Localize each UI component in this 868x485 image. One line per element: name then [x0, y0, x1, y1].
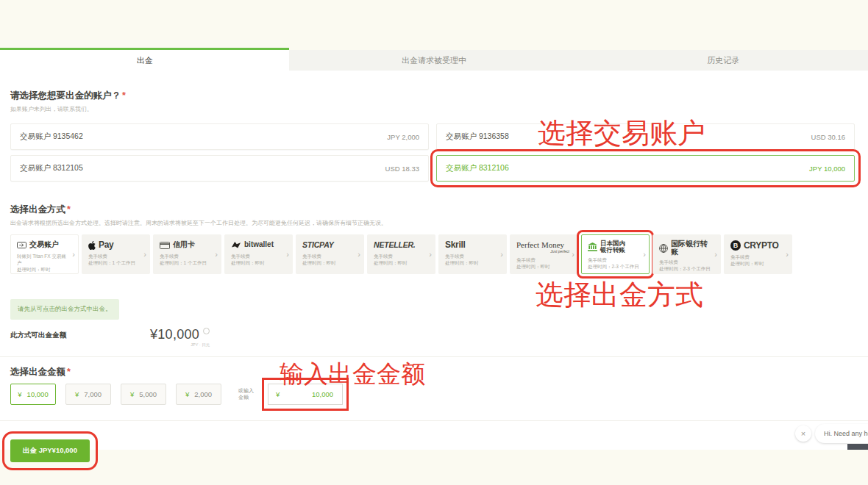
payment-method-card[interactable]: bitwallet 免手续费 处理时间：即时 › — [224, 234, 293, 274]
withdraw-submit-button[interactable]: 出金 JPY¥10,000 — [10, 439, 90, 462]
info-icon — [203, 328, 210, 334]
chevron-right-icon: › — [500, 250, 503, 259]
tab[interactable]: 出金请求被受理中 — [289, 50, 578, 71]
amount-section-title: 选择出金金额* — [10, 357, 868, 378]
apple-icon — [88, 241, 96, 250]
method-name: NETELLER. — [374, 241, 416, 249]
account-section-subtitle: 如果账户未列出，请联系我们。 — [10, 105, 868, 113]
preset-amount-value: 10,000 — [27, 390, 49, 398]
available-amount-row: 此方式可出金金额 ¥10,000 JPY · 日元 — [10, 327, 868, 348]
method-processing-time: 处理时间：即时 — [516, 264, 570, 270]
amount-input[interactable] — [280, 389, 335, 399]
account-card[interactable]: 交易账户 9136358 USD 30.16 — [436, 123, 855, 150]
tab[interactable]: 出金 — [0, 48, 289, 71]
method-fee: 免手续费 — [374, 254, 427, 260]
method-fee: 免手续费 — [88, 254, 142, 260]
bottom-divider — [0, 420, 868, 421]
preset-amount-button[interactable]: ¥ 10,000 — [10, 384, 56, 405]
method-fee: 免手续费 — [588, 257, 641, 264]
bitwallet-icon — [231, 241, 241, 249]
account-card[interactable]: 交易账户 8312106 JPY 10,000 — [436, 155, 855, 182]
tab-label: 出金 — [137, 55, 153, 66]
withdrawal-page: 出金 出金请求被受理中 历史记录 请选择您想要出金的账户？* 如果账户未列出，请… — [0, 0, 868, 485]
available-amount-value: ¥10,000 — [150, 327, 199, 342]
method-notice: 请先从可点击的出金方式中出金。 — [10, 299, 119, 320]
account-list: 交易账户 9135462 JPY 2,000 交易账户 9136358 USD … — [10, 123, 855, 182]
payment-method-card[interactable]: 信用卡 免手续费 处理时间：1 个工作日 › — [153, 234, 221, 274]
method-processing-time: 处理时间：即时 — [730, 261, 784, 267]
method-tagline: Just perfect — [516, 249, 569, 254]
tab[interactable]: 历史记录 — [579, 50, 868, 71]
preset-amount-button[interactable]: ¥ 5,000 — [121, 384, 166, 405]
method-fee: 免手续费 — [231, 254, 285, 260]
required-asterisk: * — [122, 90, 126, 101]
top-spacer — [0, 0, 868, 48]
card-transfer-icon — [17, 241, 26, 249]
tab-label: 历史记录 — [707, 55, 739, 66]
payment-method-card[interactable]: Perfect Money Just perfect 免手续费 处理时间：即时 … — [510, 234, 578, 274]
chevron-right-icon: › — [714, 250, 717, 259]
chat-close-button[interactable]: × — [795, 425, 811, 442]
method-name: 信用卡 — [173, 241, 195, 249]
payment-method-card[interactable]: 国际银行转账 免手续费 处理时间：2-3 个工作日 › — [652, 234, 721, 274]
method-name: CRYPTO — [744, 241, 779, 251]
payment-method-card[interactable]: B CRYPTO 免手续费 处理时间：即时 › — [724, 234, 792, 274]
method-name: 日本国内银行转账 — [600, 240, 631, 254]
payment-method-card[interactable]: STICPAY 免手续费 处理时间：即时 › — [296, 234, 364, 274]
crypto-icon: B — [730, 240, 741, 251]
chevron-right-icon: › — [357, 250, 360, 259]
preset-amount-button[interactable]: ¥ 7,000 — [65, 384, 111, 405]
account-balance: USD 30.16 — [811, 133, 845, 141]
preset-amount-button[interactable]: ¥ 2,000 — [176, 384, 221, 405]
preset-amount-value: 7,000 — [84, 390, 102, 398]
available-amount-currency: JPY · 日元 — [150, 342, 210, 348]
account-balance: USD 18.33 — [385, 165, 419, 173]
method-name: Skrill — [445, 240, 466, 250]
yen-symbol: ¥ — [185, 390, 189, 398]
payment-method-card[interactable]: NETELLER. 免手续费 处理时间：即时 › — [367, 234, 435, 274]
yen-symbol: ¥ — [18, 390, 21, 398]
method-processing-time: 处理时间：2-3 个工作日 — [659, 266, 713, 273]
payment-method-card[interactable]: 日本国内银行转账 免手续费 处理时间：2-3 个工作日 › — [581, 234, 650, 274]
required-asterisk: * — [67, 204, 71, 215]
main-content: 请选择您想要出金的账户？* 如果账户未列出，请联系我们。 交易账户 913546… — [0, 71, 868, 450]
tab-bar: 出金 出金请求被受理中 历史记录 — [0, 48, 868, 71]
chat-message: Hi. Need any help? — [824, 430, 868, 437]
yen-symbol: ¥ — [75, 390, 79, 398]
or-enter-amount-label: 或输入金额 — [238, 388, 257, 401]
chevron-right-icon: › — [72, 250, 75, 259]
amount-picker-row: ¥ 10,000 ¥ 7,000 ¥ 5,000 ¥ 2,000 或输入金额 ¥ — [10, 384, 868, 405]
chat-bubble[interactable]: Hi. Need any help? — [815, 424, 868, 443]
payment-method-card[interactable]: 交易账户 转账到 Titan FX 交易账户 处理时间：即时 › — [10, 234, 79, 274]
method-processing-time: 处理时间：2-3 个工作日 — [588, 264, 641, 270]
chevron-right-icon: › — [286, 250, 289, 259]
chevron-right-icon: › — [143, 250, 146, 259]
method-fee: 免手续费 — [445, 254, 499, 260]
available-amount-label: 此方式可出金金额 — [10, 327, 150, 340]
amount-input-box[interactable]: ¥ — [268, 384, 343, 405]
chevron-right-icon: › — [786, 250, 789, 259]
account-name: 交易账户 8312106 — [446, 163, 509, 173]
method-section-title: 选择出金方式* — [10, 182, 868, 216]
payment-method-card[interactable]: Skrill 免手续费 处理时间：即时 › — [438, 234, 507, 274]
account-balance: JPY 10,000 — [809, 165, 845, 173]
preset-buttons: ¥ 10,000 ¥ 7,000 ¥ 5,000 ¥ 2,000 — [10, 384, 231, 405]
method-processing-time: 处理时间：1 个工作日 — [160, 260, 213, 267]
method-processing-time: 处理时间：1 个工作日 — [88, 260, 142, 267]
payment-method-carousel: 交易账户 转账到 Titan FX 交易账户 处理时间：即时 › Pay 免手续… — [10, 234, 858, 274]
required-asterisk: * — [67, 367, 71, 377]
method-name: STICPAY — [302, 241, 334, 249]
preset-amount-value: 2,000 — [194, 390, 212, 398]
method-name: 国际银行转账 — [671, 240, 713, 256]
method-name: Perfect Money — [516, 241, 564, 250]
chevron-right-icon: › — [215, 250, 218, 259]
chat-widget-edge — [847, 444, 868, 450]
method-fee: 免手续费 — [160, 254, 213, 260]
payment-method-card[interactable]: Pay 免手续费 处理时间：1 个工作日 › — [82, 234, 150, 274]
method-processing-time: 处理时间：即时 — [231, 260, 285, 267]
method-fee: 免手续费 — [730, 254, 784, 261]
account-card[interactable]: 交易账户 8312105 USD 18.33 — [10, 155, 429, 182]
account-card[interactable]: 交易账户 9135462 JPY 2,000 — [10, 123, 429, 150]
chevron-right-icon: › — [429, 250, 432, 259]
method-processing-time: 处理时间：即时 — [445, 260, 499, 267]
